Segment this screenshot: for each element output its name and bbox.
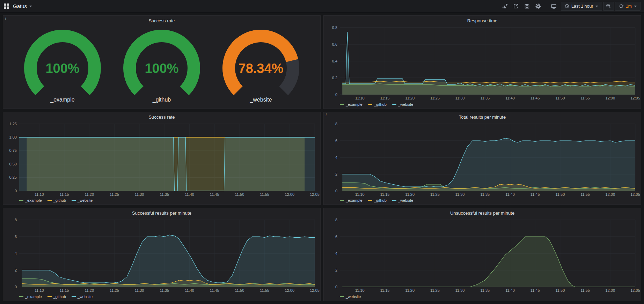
svg-text:8: 8 bbox=[15, 218, 17, 222]
svg-text:0: 0 bbox=[335, 92, 337, 97]
panel-unsuccessful-results: Unsuccessful results per minute 11:1011:… bbox=[323, 208, 641, 301]
legend-item-_github[interactable]: _github bbox=[47, 198, 66, 202]
panel-info-icon[interactable]: i bbox=[325, 112, 327, 118]
legend-swatch bbox=[368, 104, 372, 105]
svg-text:0: 0 bbox=[15, 285, 17, 289]
legend-swatch bbox=[19, 296, 23, 297]
svg-text:11:45: 11:45 bbox=[530, 288, 540, 292]
svg-text:11:20: 11:20 bbox=[405, 288, 415, 292]
chevron-down-icon bbox=[634, 6, 637, 7]
legend-item-_website[interactable]: _website bbox=[72, 198, 93, 202]
svg-text:11:20: 11:20 bbox=[85, 288, 94, 292]
svg-text:0.2: 0.2 bbox=[332, 76, 337, 80]
svg-text:12:05: 12:05 bbox=[630, 192, 640, 197]
legend-item-_example[interactable]: _example bbox=[340, 102, 363, 106]
svg-text:11:15: 11:15 bbox=[380, 96, 390, 100]
svg-text:6: 6 bbox=[335, 138, 337, 142]
svg-text:8: 8 bbox=[335, 121, 337, 126]
svg-text:12:00: 12:00 bbox=[285, 288, 295, 292]
svg-text:11:45: 11:45 bbox=[530, 192, 540, 197]
svg-text:11:35: 11:35 bbox=[480, 288, 490, 292]
legend-item-_example[interactable]: _example bbox=[340, 198, 363, 202]
svg-text:11:35: 11:35 bbox=[480, 192, 490, 197]
svg-text:11:50: 11:50 bbox=[235, 192, 244, 197]
svg-text:11:50: 11:50 bbox=[235, 288, 244, 292]
legend-swatch bbox=[340, 296, 344, 297]
svg-text:8: 8 bbox=[335, 218, 337, 222]
add-panel-icon bbox=[502, 3, 508, 9]
svg-text:12:05: 12:05 bbox=[630, 288, 640, 292]
svg-text:11:55: 11:55 bbox=[260, 192, 269, 197]
response-time-chart[interactable]: 11:1011:1511:2011:2511:3011:3511:4011:45… bbox=[327, 25, 638, 101]
svg-text:2: 2 bbox=[15, 268, 17, 272]
svg-text:12:00: 12:00 bbox=[606, 192, 615, 197]
svg-text:100%: 100% bbox=[45, 61, 79, 76]
legend-item-_website[interactable]: _website bbox=[340, 295, 361, 299]
svg-text:0.8: 0.8 bbox=[332, 25, 337, 30]
chevron-down-icon bbox=[29, 6, 32, 7]
legend-item-_website[interactable]: _website bbox=[392, 102, 413, 106]
chart-legend: _example_github_website bbox=[327, 197, 638, 204]
gauge-arc: 78.34% bbox=[217, 30, 305, 98]
panel-title[interactable]: Response time bbox=[327, 16, 638, 25]
panel-title[interactable]: Success rate bbox=[6, 16, 317, 25]
dashboard-grid: i Success rate 100%_example100%_github78… bbox=[0, 13, 644, 304]
legend-item-_website[interactable]: _website bbox=[392, 198, 413, 202]
legend-item-_example[interactable]: _example bbox=[19, 295, 42, 299]
legend-item-_example[interactable]: _example bbox=[19, 198, 42, 202]
chevron-down-icon bbox=[595, 6, 598, 7]
panel-title[interactable]: Unsuccessful results per minute bbox=[327, 209, 638, 217]
svg-text:11:35: 11:35 bbox=[480, 96, 490, 100]
gauge-_example: 100%_example bbox=[19, 30, 106, 103]
gauge-label: _example bbox=[50, 97, 74, 103]
dashboard-grid-icon[interactable] bbox=[3, 3, 9, 9]
panel-response-time: Response time 11:1011:1511:2011:2511:301… bbox=[323, 15, 641, 109]
refresh-picker[interactable]: 1m bbox=[615, 2, 641, 11]
legend-item-_github[interactable]: _github bbox=[47, 295, 66, 299]
dashboard-title-dropdown[interactable]: Gatus bbox=[13, 3, 32, 9]
svg-text:12:05: 12:05 bbox=[310, 192, 320, 197]
legend-item-_github[interactable]: _github bbox=[368, 198, 387, 202]
svg-text:11:40: 11:40 bbox=[505, 192, 515, 197]
panel-info-icon[interactable]: i bbox=[5, 16, 6, 21]
add-panel-button[interactable] bbox=[499, 2, 510, 11]
svg-text:11:30: 11:30 bbox=[455, 288, 465, 292]
navbar: Gatus bbox=[0, 0, 644, 13]
panel-success-rate-graph: Success rate 11:1011:1511:2011:2511:3011… bbox=[3, 112, 321, 205]
legend-swatch bbox=[340, 200, 344, 201]
successful-results-chart[interactable]: 11:1011:1511:2011:2511:3011:3511:4011:45… bbox=[6, 217, 317, 293]
kiosk-mode-button[interactable] bbox=[548, 2, 559, 11]
panel-title[interactable]: Total results per minute bbox=[327, 113, 638, 121]
svg-text:11:15: 11:15 bbox=[380, 192, 390, 197]
legend-swatch bbox=[47, 200, 52, 201]
settings-button[interactable] bbox=[533, 2, 543, 11]
success-rate-chart[interactable]: 11:1011:1511:2011:2511:3011:3511:4011:45… bbox=[6, 121, 317, 197]
svg-text:11:15: 11:15 bbox=[60, 288, 69, 292]
panel-title[interactable]: Successful results per minute bbox=[6, 209, 317, 217]
time-range-picker[interactable]: Last 1 hour bbox=[561, 2, 602, 11]
svg-text:0.4: 0.4 bbox=[332, 59, 337, 63]
svg-text:11:35: 11:35 bbox=[160, 192, 169, 197]
panel-title[interactable]: Success rate bbox=[6, 113, 317, 121]
svg-text:11:20: 11:20 bbox=[405, 96, 415, 100]
svg-text:11:45: 11:45 bbox=[530, 96, 540, 100]
legend-swatch bbox=[47, 296, 52, 297]
save-button[interactable] bbox=[522, 2, 532, 11]
legend-item-_website[interactable]: _website bbox=[72, 295, 93, 299]
unsuccessful-results-chart[interactable]: 11:1011:1511:2011:2511:3011:3511:4011:45… bbox=[327, 217, 638, 293]
svg-text:11:30: 11:30 bbox=[135, 288, 144, 292]
share-button[interactable] bbox=[511, 2, 521, 11]
total-results-chart[interactable]: 11:1011:1511:2011:2511:3011:3511:4011:45… bbox=[327, 121, 638, 197]
time-range-label: Last 1 hour bbox=[571, 4, 593, 9]
legend-item-_github[interactable]: _github bbox=[368, 102, 387, 106]
legend-swatch bbox=[72, 296, 76, 297]
svg-text:11:40: 11:40 bbox=[185, 288, 194, 292]
svg-text:11:30: 11:30 bbox=[135, 192, 144, 197]
share-icon bbox=[513, 3, 519, 9]
zoom-out-button[interactable] bbox=[603, 2, 614, 11]
svg-text:11:25: 11:25 bbox=[430, 192, 440, 197]
svg-text:0: 0 bbox=[15, 188, 17, 193]
svg-text:11:20: 11:20 bbox=[85, 192, 94, 197]
svg-text:0: 0 bbox=[335, 188, 337, 193]
gauge-arc: 100% bbox=[118, 30, 205, 98]
